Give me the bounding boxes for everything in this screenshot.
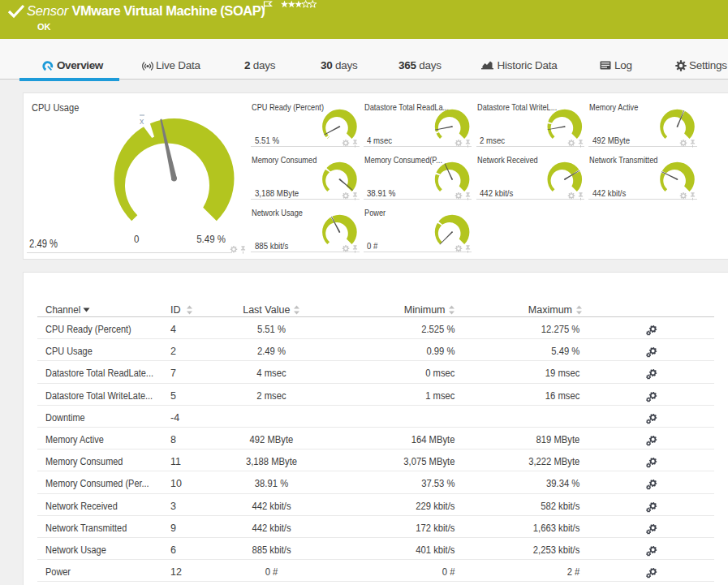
svg-text:x: x [140, 116, 144, 126]
